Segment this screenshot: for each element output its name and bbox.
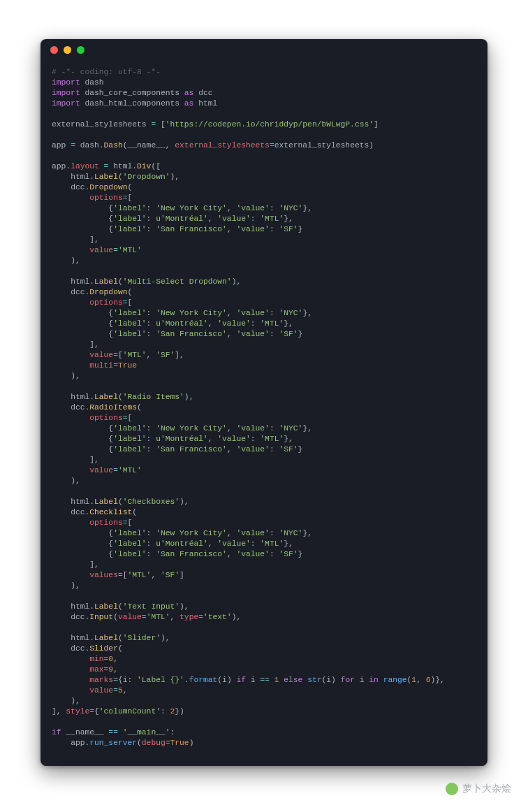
zoom-icon[interactable] xyxy=(77,46,85,54)
watermark: 萝卜大杂烩 xyxy=(446,783,511,795)
window-titlebar xyxy=(41,39,487,60)
code-window: # -*- coding: utf-8 -*- import dash impo… xyxy=(41,39,487,766)
watermark-text: 萝卜大杂烩 xyxy=(462,783,511,795)
watermark-logo-icon xyxy=(446,783,458,795)
minimize-icon[interactable] xyxy=(64,46,71,54)
close-icon[interactable] xyxy=(50,46,58,54)
code-editor: # -*- coding: utf-8 -*- import dash impo… xyxy=(41,60,487,760)
